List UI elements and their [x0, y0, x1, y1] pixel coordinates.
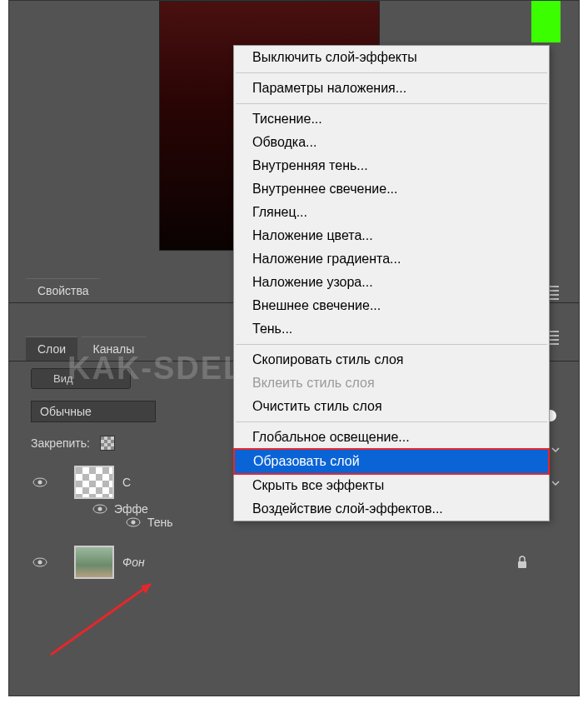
tab-layers[interactable]: Слои	[26, 337, 77, 361]
menu-global-light[interactable]: Глобальное освещение...	[234, 426, 549, 449]
svg-point-9	[38, 561, 42, 565]
menu-paste-style: Вклеить стиль слоя	[234, 371, 549, 395]
layer-thumbnail[interactable]	[74, 546, 114, 579]
blend-mode-dropdown[interactable]: Обычные	[31, 401, 156, 422]
effects-label: Эффе	[114, 502, 148, 516]
menu-separator	[236, 72, 547, 73]
layer-name[interactable]: С	[122, 476, 131, 489]
menu-gradient-overlay[interactable]: Наложение градиента...	[234, 247, 549, 271]
menu-stroke[interactable]: Обводка...	[234, 131, 549, 154]
menu-create-layer[interactable]: Образовать слой	[233, 448, 550, 475]
menu-scale-effects[interactable]: Воздействие слой-эффектов...	[234, 497, 549, 521]
menu-satin[interactable]: Глянец...	[234, 201, 549, 224]
menu-separator	[236, 103, 547, 104]
menu-drop-shadow[interactable]: Тень...	[234, 317, 549, 341]
visibility-icon[interactable]	[126, 517, 141, 527]
menu-copy-style[interactable]: Скопировать стиль слоя	[234, 348, 549, 371]
layer-filter[interactable]: Вид	[31, 368, 131, 389]
shadow-effect-label: Тень	[147, 516, 173, 529]
menu-pattern-overlay[interactable]: Наложение узора...	[234, 271, 549, 294]
visibility-icon[interactable]	[92, 504, 107, 514]
layer-thumbnail[interactable]	[74, 466, 114, 499]
menu-separator	[236, 421, 547, 422]
layer-search-input[interactable]: Вид	[31, 368, 131, 389]
menu-blending-options[interactable]: Параметры наложения...	[234, 77, 549, 100]
color-indicator	[531, 1, 561, 42]
svg-point-3	[38, 481, 42, 485]
tab-properties[interactable]: Свойства	[26, 278, 100, 302]
tab-channels[interactable]: Каналы	[82, 337, 147, 361]
svg-rect-10	[518, 561, 526, 568]
visibility-icon[interactable]	[32, 477, 47, 487]
menu-separator	[236, 344, 547, 345]
layer-item-background[interactable]: Фон	[74, 542, 557, 582]
context-menu: Выключить слой-эффекты Параметры наложен…	[233, 45, 550, 521]
svg-point-7	[132, 521, 136, 525]
menu-inner-glow[interactable]: Внутреннее свечение...	[234, 177, 549, 201]
lock-icon	[516, 556, 528, 569]
lock-transparency-icon[interactable]	[100, 436, 115, 451]
menu-hide-all-effects[interactable]: Скрыть все эффекты	[234, 474, 549, 497]
chevron-down-icon	[551, 445, 561, 455]
menu-color-overlay[interactable]: Наложение цвета...	[234, 224, 549, 247]
menu-inner-shadow[interactable]: Внутренняя тень...	[234, 154, 549, 177]
svg-point-5	[98, 507, 102, 511]
lock-label: Закрепить:	[31, 436, 90, 450]
visibility-icon[interactable]	[32, 557, 47, 567]
menu-clear-style[interactable]: Очистить стиль слоя	[234, 395, 549, 418]
menu-outer-glow[interactable]: Внешнее свечение...	[234, 294, 549, 317]
menu-disable-effects[interactable]: Выключить слой-эффекты	[234, 46, 549, 69]
menu-bevel[interactable]: Тиснение...	[234, 107, 549, 131]
layer-name[interactable]: Фон	[122, 556, 145, 569]
